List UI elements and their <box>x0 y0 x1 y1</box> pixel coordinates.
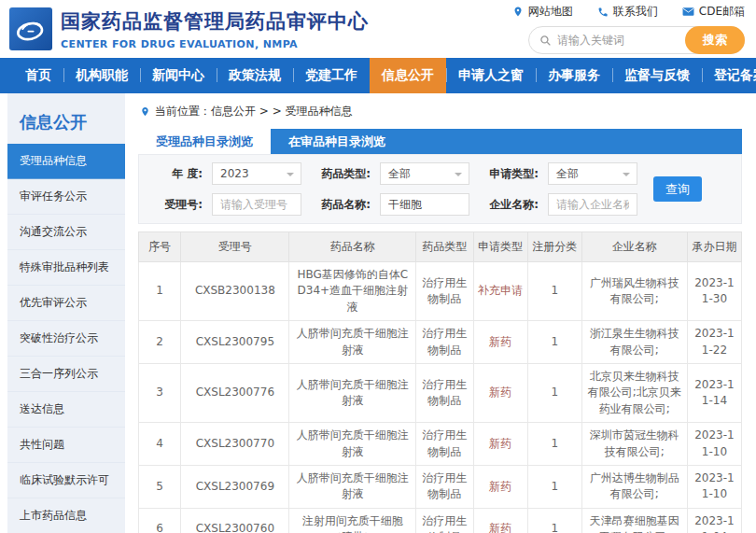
mail-icon <box>682 7 694 17</box>
search-input[interactable] <box>557 34 685 47</box>
cell-apply-type: 新药 <box>473 465 527 508</box>
query-button[interactable]: 查询 <box>653 176 702 202</box>
content: 当前位置：信息公开 > > 受理品种信息 受理品种目录浏览 在审品种目录浏览 年… <box>125 93 756 533</box>
cell-apply-type: 新药 <box>473 508 527 533</box>
cell-acceptance-no: CXSB2300138 <box>181 262 289 321</box>
table-body: 1 CXSB2300138 HBG基因修饰的自体CD34+造血干细胞注射液 治疗… <box>139 262 742 533</box>
drug-type-select[interactable]: 全部 <box>380 162 469 185</box>
cell-acceptance-no: CXSL2300795 <box>181 321 289 364</box>
cell-drug-type: 治疗用生物制品 <box>416 508 473 533</box>
nav-item[interactable]: 党建工作 <box>293 58 370 93</box>
sidebar: 信息公开 受理品种信息 审评任务公示 沟通交流公示 特殊审批品种列表 优先审评公… <box>7 93 125 533</box>
column-header: 药品类型 <box>416 232 473 262</box>
acceptance-no-input[interactable] <box>212 193 301 216</box>
cell-company: 天津昂赛细胞基因工程有限公司; <box>581 508 687 533</box>
search-button[interactable]: 搜索 <box>685 26 745 54</box>
table-row: 1 CXSB2300138 HBG基因修饰的自体CD34+造血干细胞注射液 治疗… <box>139 262 742 321</box>
column-header: 企业名称 <box>581 232 687 262</box>
sidebar-item[interactable]: 上市药品信息 <box>7 498 125 533</box>
site-search: 搜索 <box>528 26 745 54</box>
year-label: 年 度: <box>148 166 203 182</box>
nav-item[interactable]: 首页 <box>13 58 63 93</box>
cell-drug-name: 注射用间充质干细胞（脐带） <box>289 508 416 533</box>
cell-apply-type: 新药 <box>473 363 527 422</box>
results-table: 序号 受理号 药品名称 药品类型 申请类型 注册分类 企业名称 <box>138 231 742 533</box>
quick-link-sitemap[interactable]: 网站地图 <box>512 4 573 20</box>
cell-date: 2023-11-14 <box>687 363 741 422</box>
year-select-value: 2023 <box>220 167 249 180</box>
sidebar-item[interactable]: 特殊审批品种列表 <box>7 250 125 286</box>
nav-item[interactable]: 办事服务 <box>536 58 612 93</box>
drug-type-label: 药品类型: <box>311 166 371 182</box>
nav-item[interactable]: 新闻中心 <box>140 58 217 93</box>
sidebar-title: 信息公开 <box>7 93 125 144</box>
drug-type-select-value: 全部 <box>388 166 411 182</box>
cell-drug-name: 人脐带间充质干细胞注射液 <box>289 321 416 364</box>
cell-drug-name: HBG基因修饰的自体CD34+造血干细胞注射液 <box>289 262 416 321</box>
quick-link-label: 网站地图 <box>528 4 573 20</box>
sidebar-item[interactable]: 共性问题 <box>7 428 125 463</box>
cde-logo <box>9 7 52 50</box>
header-right: 网站地图 联系我们 CDE邮箱 搜索 <box>512 4 745 54</box>
cell-drug-type: 治疗用生物制品 <box>416 465 473 508</box>
cell-drug-type: 治疗用生物制品 <box>416 262 473 321</box>
sidebar-item[interactable]: 临床试验默示许可 <box>7 463 125 498</box>
company-input[interactable] <box>548 193 637 216</box>
quick-link-contact[interactable]: 联系我们 <box>597 4 658 20</box>
cell-date: 2023-11-10 <box>687 423 741 466</box>
tab-accepted-catalog[interactable]: 受理品种目录浏览 <box>138 129 271 154</box>
drug-name-label: 药品名称: <box>311 197 371 213</box>
cell-drug-name: 人脐带间充质干细胞注射液 <box>289 363 416 422</box>
nav-item[interactable]: 政策法规 <box>217 58 293 93</box>
sidebar-item[interactable]: 突破性治疗公示 <box>7 321 125 357</box>
apply-type-select[interactable]: 全部 <box>548 162 637 185</box>
acceptance-no-label: 受理号: <box>148 197 203 213</box>
column-header: 注册分类 <box>527 232 581 262</box>
quick-links: 网站地图 联系我们 CDE邮箱 <box>512 4 745 20</box>
table-row: 5 CXSL2300769 人脐带间充质干细胞注射液 治疗用生物制品 新药 1 … <box>139 465 742 508</box>
page: 国家药品监督管理局药品审评中心 CENTER FOR DRUG EVALUATI… <box>0 0 756 533</box>
cell-acceptance-no: CXSL2300769 <box>181 465 289 508</box>
nav-item[interactable]: 信息公开 <box>370 58 446 93</box>
table-row: 3 CXSL2300776 人脐带间充质干细胞注射液 治疗用生物制品 新药 1 … <box>139 363 742 422</box>
location-pin-icon <box>140 105 150 118</box>
cell-date: 2023-11-22 <box>687 321 741 364</box>
column-header: 承办日期 <box>687 232 741 262</box>
nav-item[interactable]: 监督与反馈 <box>612 58 702 93</box>
cell-apply-type: 新药 <box>473 321 527 364</box>
tab-under-review-catalog[interactable]: 在审品种目录浏览 <box>271 129 403 154</box>
breadcrumb-text: 当前位置：信息公开 > > 受理品种信息 <box>155 104 353 119</box>
table-header-row: 序号 受理号 药品名称 药品类型 申请类型 注册分类 企业名称 <box>139 232 742 262</box>
site-header: 国家药品监督管理局药品审评中心 CENTER FOR DRUG EVALUATI… <box>0 0 756 58</box>
cell-drug-type: 治疗用生物制品 <box>416 321 473 364</box>
filter-grid: 年 度: 2023 药品类型: 全部 申请类型: 全部 受理号: 药品名称: 企… <box>148 162 637 216</box>
sidebar-item[interactable]: 优先审评公示 <box>7 286 125 321</box>
site-title-en: CENTER FOR DRUG EVALUATION, NMPA <box>61 38 369 50</box>
quick-link-label: CDE邮箱 <box>699 4 745 20</box>
nav-item[interactable]: 申请人之窗 <box>446 58 536 93</box>
cell-reg-class: 1 <box>527 423 581 466</box>
nav-item[interactable]: 机构职能 <box>63 58 140 93</box>
sidebar-item[interactable]: 审评任务公示 <box>7 179 125 215</box>
cell-acceptance-no: CXSL2300760 <box>181 508 289 533</box>
cell-reg-class: 1 <box>527 262 581 321</box>
quick-link-label: 联系我们 <box>613 4 658 20</box>
drug-name-input[interactable] <box>380 193 469 216</box>
cell-index: 6 <box>139 508 181 533</box>
site-titles: 国家药品监督管理局药品审评中心 CENTER FOR DRUG EVALUATI… <box>61 8 369 50</box>
cell-drug-type: 治疗用生物制品 <box>416 363 473 422</box>
cell-company: 浙江泉生生物科技有限公司; <box>581 321 687 364</box>
main-area: 信息公开 受理品种信息 审评任务公示 沟通交流公示 特殊审批品种列表 优先审评公… <box>0 93 756 533</box>
cell-reg-class: 1 <box>527 508 581 533</box>
quick-link-mail[interactable]: CDE邮箱 <box>682 4 745 20</box>
sidebar-item[interactable]: 送达信息 <box>7 392 125 428</box>
nav-item[interactable]: 登记备案平台 <box>702 58 756 93</box>
cell-index: 3 <box>139 363 181 422</box>
sidebar-item[interactable]: 三合一序列公示 <box>7 357 125 392</box>
cell-drug-type: 治疗用生物制品 <box>416 423 473 466</box>
year-select[interactable]: 2023 <box>212 162 301 185</box>
sidebar-item[interactable]: 受理品种信息 <box>7 144 125 179</box>
table-row: 4 CXSL2300770 人脐带间充质干细胞注射液 治疗用生物制品 新药 1 … <box>139 423 742 466</box>
sidebar-item[interactable]: 沟通交流公示 <box>7 215 125 250</box>
swan-logo-icon <box>12 10 49 48</box>
